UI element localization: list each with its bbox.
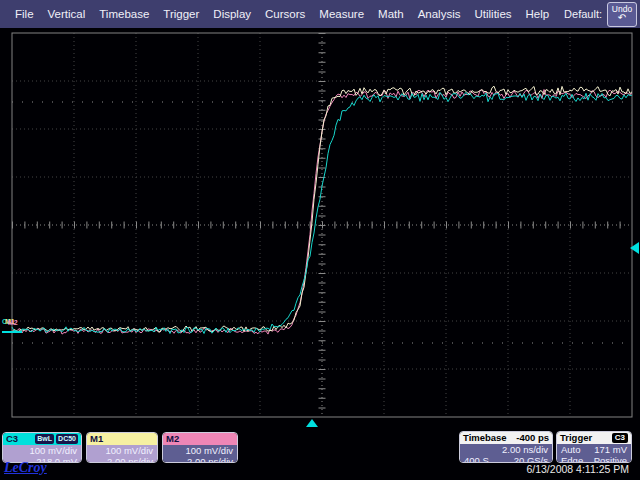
timebase-body: 2.00 ns/div 400 S 20 GS/s: [460, 444, 552, 463]
trigger-type: Edge: [561, 456, 583, 463]
trace-m2-timebase: 2.00 ns/div: [167, 457, 233, 463]
trigger-level-marker[interactable]: [630, 242, 639, 254]
trigger-body: Auto 171 mV Edge Positive: [557, 444, 631, 463]
trigger-descriptor[interactable]: Trigger C3 Auto 171 mV Edge Positive: [556, 431, 632, 463]
timebase-header: Timebase -400 ps: [460, 432, 552, 444]
trace-m1-label: M1: [90, 434, 103, 444]
channel-c3-header: C3 BwL DC50: [3, 433, 81, 445]
timebase-delay: -400 ps: [516, 433, 549, 443]
timebase-descriptor[interactable]: Timebase -400 ps 2.00 ns/div 400 S 20 GS…: [459, 431, 553, 463]
trace-m2-descriptor[interactable]: M2 100 mV/div 2.00 ns/div: [162, 432, 238, 463]
trigger-slope: Positive: [594, 456, 627, 463]
timebase-title: Timebase: [463, 433, 507, 443]
trigger-position-marker[interactable]: [306, 419, 318, 427]
oscilloscope-screen: File Vertical Timebase Trigger Display C…: [0, 0, 640, 480]
clock-timestamp: 6/13/2008 4:11:25 PM: [526, 463, 629, 475]
trigger-header: Trigger C3: [557, 432, 631, 444]
trace-m1-header: M1: [87, 433, 157, 445]
trigger-source-badge: C3: [612, 433, 628, 443]
lecroy-logo: LeCroy: [4, 461, 47, 475]
timebase-rate: 20 GS/s: [514, 456, 548, 463]
trace-m2-label: M2: [166, 434, 179, 444]
trace-m1-descriptor[interactable]: M1 100 mV/div 2.00 ns/div: [86, 432, 158, 463]
trace-m2-body: 100 mV/div 2.00 ns/div: [163, 445, 237, 463]
trace-m1-timebase: 2.00 ns/div: [91, 457, 153, 463]
bwl-badge: BwL: [35, 434, 54, 443]
ground-label-m2[interactable]: M2: [8, 319, 18, 326]
waveform-display: [0, 0, 640, 480]
trace-m2-header: M2: [163, 433, 237, 445]
trigger-title: Trigger: [560, 433, 592, 443]
dc50-badge: DC50: [56, 434, 78, 443]
timebase-samples: 400 S: [464, 456, 489, 463]
channel-c3-label: C3: [6, 434, 18, 444]
trace-m1-body: 100 mV/div 2.00 ns/div: [87, 445, 157, 463]
channel-c3-descriptor[interactable]: C3 BwL DC50 100 mV/div -218.0 mV: [2, 432, 82, 463]
